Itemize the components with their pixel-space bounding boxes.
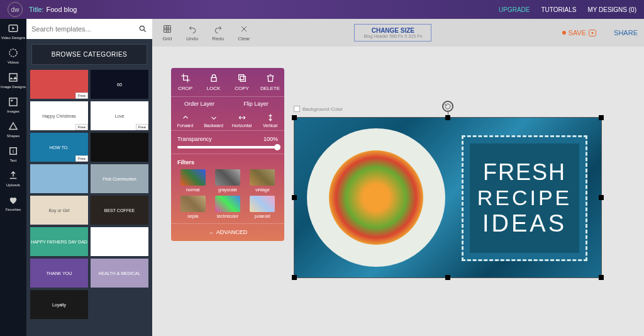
filter-vintage[interactable]: vintage <box>247 169 278 192</box>
design-selection[interactable]: Background Color FRESH RECIPE IDEAS <box>294 117 602 278</box>
crop-button[interactable]: CROP <box>171 68 199 96</box>
rail-shapes[interactable]: Shapes <box>7 121 19 138</box>
my-designs-link[interactable]: MY DESIGNS (0) <box>587 6 636 13</box>
filter-grayscale[interactable]: grayscale <box>212 169 243 192</box>
rail-uploads[interactable]: Uploads <box>6 170 20 187</box>
clear-button[interactable]: Clear <box>234 24 253 42</box>
template-thumb[interactable]: 60 <box>91 70 148 99</box>
color-swatch[interactable] <box>294 106 300 112</box>
rail-favorites[interactable]: Favorites <box>6 194 21 211</box>
grid-button[interactable]: Grid <box>158 24 176 42</box>
save-label: SAVE <box>569 29 587 36</box>
price-tag: Free <box>136 124 148 130</box>
filter-technicolor[interactable]: technicolor <box>212 196 243 218</box>
forward-button[interactable]: Forward <box>171 113 199 128</box>
advanced-button[interactable]: ADVANCED <box>171 223 284 241</box>
template-thumb[interactable]: Free <box>30 70 88 99</box>
btn-label: DELETE <box>260 86 280 91</box>
template-thumb[interactable]: LoveFree <box>91 101 148 130</box>
workspace[interactable]: CROP LOCK COPY DELETE Order Layer Flip L… <box>152 47 644 336</box>
title-value[interactable]: Food blog <box>46 6 77 13</box>
price-tag: Free <box>75 155 88 162</box>
copy-button[interactable]: COPY <box>228 68 256 96</box>
btn-label: Undo <box>186 36 198 42</box>
filter-preview <box>215 169 240 186</box>
filter-normal[interactable]: normal <box>177 169 208 192</box>
resize-handle[interactable] <box>292 275 297 280</box>
template-thumb[interactable] <box>30 164 88 193</box>
backward-button[interactable]: Backward <box>199 113 228 128</box>
poster-line: IDEAS <box>482 210 567 237</box>
template-thumb[interactable]: BEST COFFEE <box>91 196 148 225</box>
price-tag: Free <box>75 124 88 130</box>
tutorials-link[interactable]: TUTORIALS <box>541 6 576 13</box>
resize-handle[interactable] <box>445 115 450 120</box>
svg-text:t: t <box>13 148 14 154</box>
filter-grid: normalgrayscalevintagesepiatechnicolorpo… <box>177 169 278 218</box>
resize-handle[interactable] <box>292 115 297 120</box>
templates-panel: BROWSE CATEGORIES Free60Happy ChristmasF… <box>26 19 152 336</box>
artwork-image[interactable]: FRESH RECIPE IDEAS <box>294 118 601 277</box>
undo-button[interactable]: Undo <box>182 24 202 42</box>
transparency-slider[interactable] <box>177 146 278 148</box>
svg-point-1 <box>9 49 17 57</box>
template-thumb[interactable]: Loyalty <box>30 290 88 319</box>
template-thumb[interactable]: HOW TO.Free <box>30 133 88 162</box>
svg-point-4 <box>11 99 13 101</box>
rail-label: Text <box>9 159 16 162</box>
lock-button[interactable]: LOCK <box>199 68 228 96</box>
template-thumb[interactable]: THANK YOU <box>30 259 88 288</box>
resize-handle[interactable] <box>599 115 604 120</box>
filter-sepia[interactable]: sepia <box>177 196 208 218</box>
rotate-handle[interactable] <box>442 101 453 112</box>
svg-rect-3 <box>9 98 17 106</box>
template-thumb[interactable] <box>91 133 148 162</box>
svg-rect-2 <box>9 74 17 81</box>
resize-handle[interactable] <box>599 275 604 280</box>
save-dropdown-icon[interactable]: ▾ <box>589 30 596 36</box>
svg-rect-8 <box>211 77 216 81</box>
btn-label: Clear <box>238 36 250 42</box>
flip-horizontal-button[interactable]: Horizontal <box>228 113 256 128</box>
btn-label: Horizontal <box>232 123 252 128</box>
slider-knob[interactable] <box>274 144 280 150</box>
upgrade-link[interactable]: UPGRADE <box>499 6 530 13</box>
share-button[interactable]: SHARE <box>614 29 638 36</box>
resize-handle[interactable] <box>292 195 297 200</box>
search-icon[interactable] <box>138 25 147 33</box>
price-tag: Free <box>75 92 88 99</box>
svg-point-7 <box>140 26 144 30</box>
resize-handle[interactable] <box>445 275 450 280</box>
template-thumb[interactable] <box>91 227 148 256</box>
filter-preview <box>215 196 240 212</box>
rail-image-designs[interactable]: Image Designs <box>1 72 26 89</box>
rotate-icon <box>444 103 452 110</box>
flip-vertical-button[interactable]: Vertical <box>256 113 284 128</box>
app-logo[interactable]: dw <box>8 2 23 17</box>
background-color-control[interactable]: Background Color <box>294 106 343 112</box>
rail-videos[interactable]: Videos <box>8 47 19 64</box>
filters-header: Filters <box>177 159 278 165</box>
selection-box[interactable]: FRESH RECIPE IDEAS <box>294 117 602 278</box>
template-thumb[interactable]: First Communion <box>91 164 148 193</box>
rail-video-designs[interactable]: Video Designs <box>1 23 26 40</box>
search-input[interactable] <box>31 25 138 33</box>
template-thumb[interactable]: HEALTH & MEDICAL <box>91 259 148 288</box>
template-thumb[interactable]: HAPPY FATHERS DAY DAD <box>30 227 88 256</box>
filter-preview <box>250 196 275 212</box>
filter-label: sepia <box>187 214 198 218</box>
template-thumb[interactable]: Happy ChristmasFree <box>30 101 88 130</box>
change-size-title: CHANGE SIZE <box>364 27 422 34</box>
rail-images[interactable]: Images <box>7 96 19 113</box>
filter-polaroid[interactable]: polaroid <box>247 196 278 218</box>
delete-button[interactable]: DELETE <box>256 68 284 96</box>
resize-handle[interactable] <box>599 195 604 200</box>
rail-text[interactable]: tText <box>8 145 19 162</box>
poster-line: FRESH <box>483 159 566 186</box>
redo-button[interactable]: Redo <box>208 24 228 42</box>
btn-label: ADVANCED <box>216 229 247 235</box>
save-button[interactable]: SAVE ▾ <box>562 29 597 36</box>
change-size-button[interactable]: CHANGE SIZE Blog Header 560 Px X 315 Px <box>354 24 431 42</box>
template-thumb[interactable]: Boy or Girl <box>30 196 88 225</box>
browse-categories-button[interactable]: BROWSE CATEGORIES <box>31 44 147 65</box>
